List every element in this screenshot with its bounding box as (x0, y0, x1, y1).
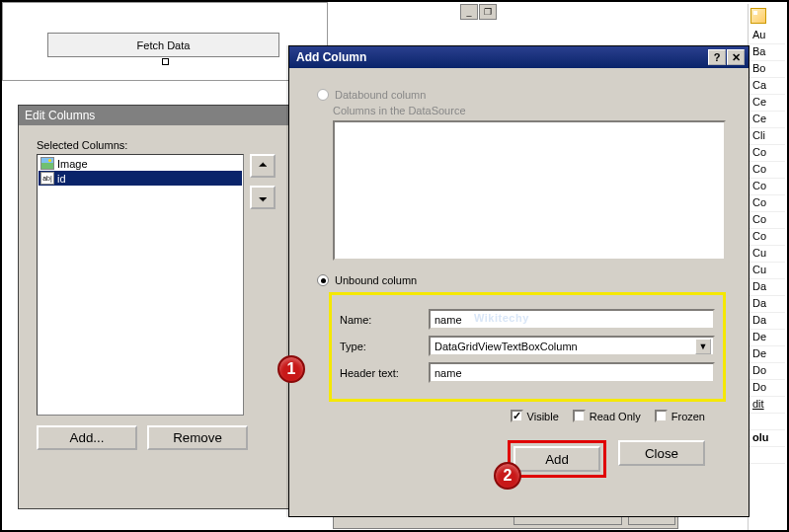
add-column-button[interactable]: Add... (37, 425, 137, 450)
prop-row: Cu (749, 246, 785, 263)
prop-row: De (749, 330, 785, 346)
visible-checkbox[interactable]: Visible (511, 410, 559, 422)
list-item[interactable]: Image (39, 156, 242, 171)
databound-radio-row[interactable]: Databound column (317, 89, 727, 101)
prop-row: Ba (749, 44, 785, 61)
prop-row (749, 414, 785, 430)
unbound-radio-label: Unbound column (335, 274, 417, 286)
radio-icon[interactable] (317, 274, 329, 286)
datasource-label: Columns in the DataSource (333, 105, 727, 116)
list-item-label: id (57, 173, 66, 185)
prop-row: Ce (749, 112, 785, 128)
name-label: Name: (340, 314, 429, 326)
dialog-title: Add Column (296, 50, 366, 64)
prop-row: Cu (749, 263, 785, 279)
readonly-label: Read Only (590, 411, 641, 422)
fetch-window: Fetch Data (2, 2, 328, 81)
chevron-down-icon[interactable]: ▼ (695, 339, 711, 354)
frozen-label: Frozen (671, 411, 705, 422)
prop-row: Co (749, 195, 785, 212)
prop-row: Da (749, 296, 785, 313)
prop-row: Au (749, 28, 785, 44)
prop-row: Cli (749, 128, 785, 145)
annotation-badge-2: 2 (494, 462, 521, 490)
add-column-titlebar[interactable]: Add Column ? ✕ (289, 46, 749, 68)
prop-row: Co (749, 212, 785, 229)
prop-row (749, 447, 785, 464)
unbound-fields-highlight: Name: Wikitechy Type: DataGridViewTextBo… (329, 292, 726, 402)
restore-icon[interactable]: ❐ (479, 4, 497, 20)
prop-row: De (749, 346, 785, 363)
close-icon[interactable]: ✕ (727, 49, 745, 65)
checkbox-icon[interactable] (511, 410, 523, 422)
prop-row: Co (749, 229, 785, 246)
add-button[interactable]: Add (513, 446, 600, 472)
fetch-data-button[interactable]: Fetch Data (47, 33, 279, 57)
prop-row: Do (749, 363, 785, 380)
type-combobox[interactable]: DataGridViewTextBoxColumn ▼ (429, 336, 715, 356)
unbound-radio-row[interactable]: Unbound column (317, 274, 727, 286)
prop-row: Da (749, 313, 785, 330)
window-controls-fragment: _ ❐ (459, 4, 497, 20)
help-button[interactable]: ? (708, 49, 726, 65)
resize-handle[interactable] (162, 58, 169, 65)
prop-row: Co (749, 162, 785, 179)
prop-row-bold: olu (749, 430, 785, 447)
list-item[interactable]: ab| id (39, 171, 242, 186)
header-text-label: Header text: (340, 367, 429, 379)
visible-label: Visible (527, 411, 559, 422)
properties-icon (750, 8, 766, 24)
list-item-label: Image (57, 158, 88, 170)
prop-row: Do (749, 380, 785, 397)
move-up-button[interactable]: 🞁 (250, 154, 276, 178)
prop-row: Da (749, 279, 785, 296)
selected-columns-list[interactable]: Image ab| id (37, 154, 244, 416)
minimize-icon[interactable]: _ (460, 4, 478, 20)
prop-row: Co (749, 145, 785, 162)
image-icon (40, 157, 54, 170)
move-down-button[interactable]: 🞃 (250, 186, 276, 209)
add-column-dialog: Add Column ? ✕ Databound column Columns … (288, 45, 750, 517)
annotation-badge-1: 1 (277, 355, 305, 383)
readonly-checkbox[interactable]: Read Only (573, 410, 641, 422)
frozen-checkbox[interactable]: Frozen (655, 410, 705, 422)
prop-row: Ca (749, 78, 785, 95)
edit-link[interactable]: dit (749, 397, 785, 414)
type-value: DataGridViewTextBoxColumn (434, 341, 695, 352)
prop-row: Co (749, 179, 785, 195)
type-label: Type: (340, 341, 429, 352)
textbox-icon: ab| (40, 172, 54, 185)
databound-radio-label: Databound column (335, 89, 426, 101)
checkbox-icon[interactable] (573, 410, 586, 422)
remove-column-button[interactable]: Remove (147, 425, 248, 450)
header-text-input[interactable] (429, 362, 715, 383)
datasource-list (333, 120, 726, 261)
prop-row: Bo (749, 61, 785, 78)
properties-panel: Au Ba Bo Ca Ce Ce Cli Co Co Co Co Co Co … (748, 4, 785, 532)
prop-row: Ce (749, 95, 785, 112)
radio-icon[interactable] (317, 89, 329, 101)
close-button[interactable]: Close (618, 440, 705, 466)
checkbox-icon[interactable] (655, 410, 668, 422)
name-input[interactable] (429, 309, 715, 330)
add-button-highlight: Add (508, 440, 606, 478)
